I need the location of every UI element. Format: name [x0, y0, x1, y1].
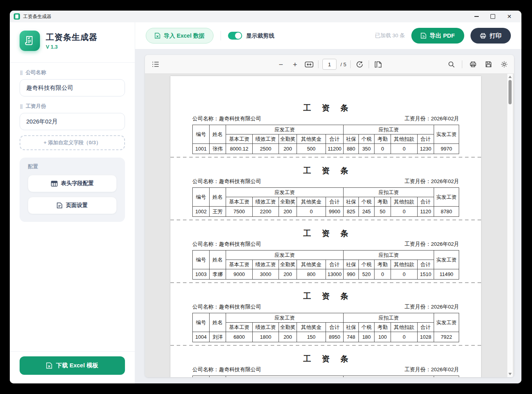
import-excel-button[interactable]: 导入 Excel 数据: [146, 28, 214, 44]
minimize-button[interactable]: [468, 11, 485, 22]
slip-cell: 1028: [418, 332, 434, 342]
slip-month: 工资月份：2026年02月: [404, 178, 459, 185]
slip-cell: 9000: [226, 269, 253, 280]
maximize-button[interactable]: [485, 11, 501, 22]
show-cutline-toggle[interactable]: [228, 32, 242, 40]
header-name: 姓名: [210, 125, 226, 144]
slip-company: 公司名称：趣奇科技有限公司: [192, 366, 261, 373]
slip-cell: 520: [359, 269, 375, 280]
salary-slip: 工 资 条 公司名称：趣奇科技有限公司 工资月份：2026年02月 编号 姓名 …: [170, 286, 481, 342]
subheader-cell: 合计: [326, 197, 344, 207]
slip-title: 工 资 条: [192, 291, 459, 301]
pdf-preview-area[interactable]: 工 资 条 公司名称：趣奇科技有限公司 工资月份：2026年02月 编号 姓名 …: [145, 74, 514, 377]
zoom-in-icon[interactable]: +: [290, 59, 300, 69]
subheader-cell: 基本工资: [226, 323, 253, 332]
header-group-pay: 应发工资: [226, 251, 344, 260]
subheader-cell: 其他扣款: [391, 197, 418, 207]
page-view-icon[interactable]: [373, 59, 383, 69]
subheader-cell: 全勤奖: [279, 197, 297, 207]
subheader-cell: 考勤: [375, 134, 391, 144]
toc-icon[interactable]: [150, 59, 161, 69]
header-name: 姓名: [210, 251, 226, 269]
print-icon[interactable]: [468, 59, 478, 69]
slip-month: 工资月份：2026年02月: [404, 303, 459, 310]
subheader-cell: 全勤奖: [279, 260, 297, 269]
data-row: 1001张伟8000.12250020050011200880350001230…: [193, 144, 459, 154]
fit-width-icon[interactable]: [304, 59, 314, 69]
slip-cell: 8950: [326, 332, 344, 342]
divider: [10, 351, 135, 352]
document-icon: [57, 202, 62, 209]
subheader-cell: 合计: [418, 323, 434, 332]
slip-cell: 500: [297, 144, 326, 154]
divider: [10, 62, 135, 63]
slip-cell: 748: [344, 332, 359, 342]
slip-cell: 3000: [253, 269, 279, 280]
data-row: 1004刘洋6800180020015089507481801000102879…: [193, 332, 459, 342]
scroll-up-arrow[interactable]: [508, 76, 512, 78]
app-title: 工资条生成器: [46, 32, 98, 43]
subheader-cell: 全勤奖: [279, 134, 297, 144]
subheader-cell: 合计: [326, 134, 344, 144]
salary-slip: 工 资 条 公司名称：趣奇科技有限公司 工资月份：2026年02月 编号 姓名 …: [170, 160, 481, 217]
download-excel-template-button[interactable]: 下载 Excel 模板: [20, 356, 125, 375]
slip-cell: 13000: [326, 269, 344, 280]
slip-cell: 9900: [326, 207, 344, 217]
export-pdf-button[interactable]: 导出 PDF: [411, 28, 464, 44]
header-group-pay: 应发工资: [226, 188, 344, 197]
slip-table: 编号 姓名 应发工资 应扣工资 实发工资 基本工资绩效工资全勤奖其他奖金合计社保…: [192, 125, 459, 154]
slip-cell: 100: [375, 332, 391, 342]
header-group-deduct: 应扣工资: [344, 376, 434, 378]
data-row: 1003李娜9000300020080013000990520001510114…: [193, 269, 459, 280]
preview-scrollbar[interactable]: [507, 74, 513, 377]
subheader-cell: 社保: [344, 134, 359, 144]
subheader-row: 基本工资绩效工资全勤奖其他奖金合计社保个税考勤其他扣款合计: [193, 260, 459, 269]
subheader-cell: 其他扣款: [391, 134, 418, 144]
slip-cell: 200: [279, 332, 297, 342]
add-custom-field-button[interactable]: + 添加自定义字段（0/3）: [20, 135, 125, 150]
slip-cell: 11200: [326, 144, 344, 154]
search-icon[interactable]: [446, 59, 456, 69]
slip-cell: 50: [375, 207, 391, 217]
subheader-cell: 其他奖金: [297, 134, 326, 144]
header-id: 编号: [193, 313, 210, 332]
subheader-row: 基本工资绩效工资全勤奖其他奖金合计社保个税考勤其他扣款合计: [193, 134, 459, 144]
slip-cell: 1120: [418, 207, 434, 217]
rotate-icon[interactable]: [355, 59, 365, 69]
salary-month-input[interactable]: [20, 113, 125, 130]
settings-icon[interactable]: [499, 59, 509, 69]
slip-cell: 825: [344, 207, 359, 217]
zoom-out-icon[interactable]: −: [276, 59, 286, 69]
slip-cell: 李娜: [210, 269, 226, 280]
slip-cell: 990: [344, 269, 359, 280]
header-fields-config-button[interactable]: 表头字段配置: [28, 175, 117, 192]
subheader-cell: 合计: [418, 197, 434, 207]
slip-company: 公司名称：趣奇科技有限公司: [192, 303, 261, 310]
subheader-cell: 绩效工资: [253, 323, 279, 332]
loaded-count-text: 已加载 30 条: [375, 32, 405, 39]
page-settings-button[interactable]: 页面设置: [28, 197, 117, 214]
scrollbar-thumb[interactable]: [508, 80, 512, 104]
company-name-label: ⣿ 公司名称: [20, 69, 125, 76]
subheader-cell: 其他奖金: [297, 260, 326, 269]
slip-month: 工资月份：2026年02月: [404, 115, 459, 122]
slip-title: 工 资 条: [192, 103, 459, 113]
header-group-pay: 应发工资: [226, 313, 344, 323]
print-button[interactable]: 打印: [470, 28, 511, 44]
data-row: 1002王芳750022002000990082524550011208780: [193, 207, 459, 217]
slip-cell: 0: [375, 269, 391, 280]
subheader-cell: 社保: [344, 260, 359, 269]
slip-cell: 150: [297, 332, 326, 342]
page-number-input[interactable]: [322, 59, 337, 70]
close-button[interactable]: ✕: [501, 11, 518, 22]
scroll-down-arrow[interactable]: [508, 373, 512, 375]
slip-cell: 0: [391, 207, 418, 217]
subheader-cell: 其他奖金: [297, 323, 326, 332]
save-icon[interactable]: [483, 59, 494, 69]
slip-table: 编号 姓名 应发工资 应扣工资 实发工资 基本工资绩效工资全勤奖其他奖金合计社保…: [192, 187, 459, 217]
header-net: 实发工资: [434, 376, 459, 378]
excel-file-icon: [155, 33, 160, 39]
slip-title: 工 资 条: [192, 229, 459, 238]
company-name-input[interactable]: [20, 79, 125, 96]
slip-month: 工资月份：2026年02月: [404, 366, 459, 373]
